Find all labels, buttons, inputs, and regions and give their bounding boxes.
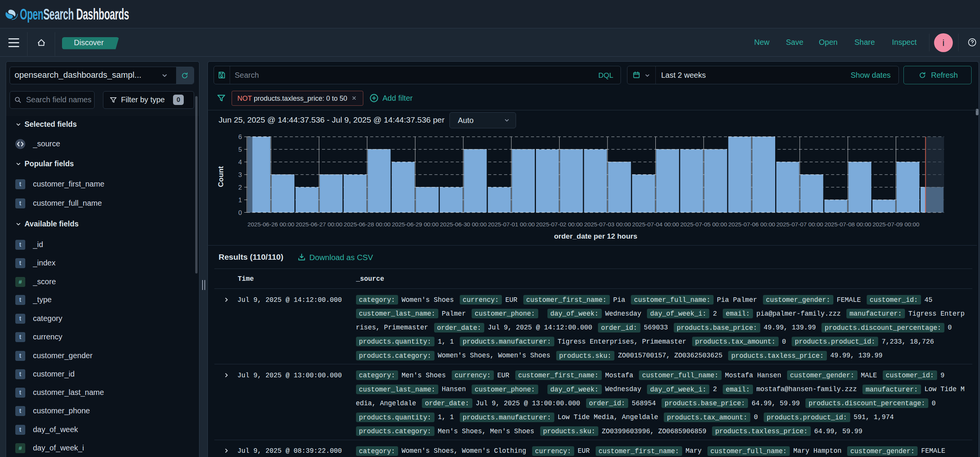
svg-text:2025-06-30 00:00: 2025-06-30 00:00 [440, 221, 487, 228]
svg-text:2025-06-28 00:00: 2025-06-28 00:00 [344, 221, 391, 228]
svg-text:2025-07-07 00:00: 2025-07-07 00:00 [776, 221, 823, 228]
svg-text:4: 4 [238, 159, 242, 166]
svg-text:2025-07-08 00:00: 2025-07-08 00:00 [825, 221, 872, 228]
svg-text:2025-07-06 00:00: 2025-07-06 00:00 [728, 221, 776, 228]
svg-text:2025-06-27 00:00: 2025-06-27 00:00 [296, 221, 343, 228]
svg-text:2: 2 [238, 184, 242, 191]
svg-text:2025-07-03 00:00: 2025-07-03 00:00 [584, 221, 631, 228]
svg-text:2025-07-09 00:00: 2025-07-09 00:00 [872, 221, 920, 228]
svg-text:2025-07-04 00:00: 2025-07-04 00:00 [632, 221, 679, 228]
svg-text:2025-06-26 00:00: 2025-06-26 00:00 [248, 221, 295, 228]
svg-text:5: 5 [238, 146, 242, 153]
svg-text:1: 1 [238, 197, 242, 204]
svg-text:order_date per 12 hours: order_date per 12 hours [554, 232, 637, 240]
svg-text:2025-07-02 00:00: 2025-07-02 00:00 [536, 221, 583, 228]
svg-text:2025-06-29 00:00: 2025-06-29 00:00 [392, 221, 439, 228]
svg-text:2025-07-05 00:00: 2025-07-05 00:00 [680, 221, 727, 228]
svg-text:3: 3 [238, 171, 242, 179]
svg-text:2025-07-01 00:00: 2025-07-01 00:00 [488, 221, 535, 228]
svg-text:6: 6 [238, 133, 242, 141]
svg-text:0: 0 [238, 209, 242, 216]
svg-text:Count: Count [217, 166, 225, 187]
